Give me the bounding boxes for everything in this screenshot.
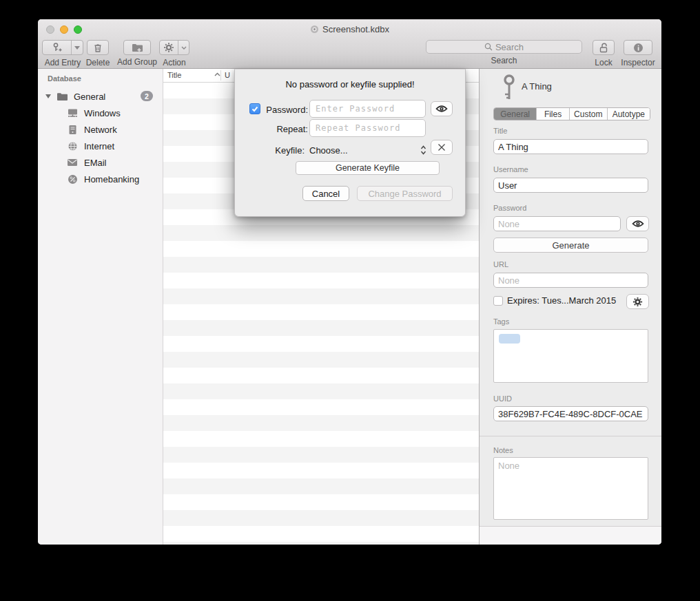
stepper-icon — [420, 145, 426, 155]
check-icon — [251, 106, 258, 112]
username-field[interactable] — [493, 178, 648, 193]
lock-button[interactable]: Lock — [593, 40, 615, 67]
title-field[interactable] — [493, 139, 648, 154]
title-label: Title — [493, 127, 507, 135]
repeat-password-field[interactable] — [309, 119, 426, 137]
keyfile-popup-value: Choose... — [309, 145, 420, 156]
sidebar-item-label: EMail — [84, 158, 107, 168]
network-icon — [65, 123, 79, 136]
gear-icon — [160, 41, 178, 54]
tag-chip[interactable] — [499, 334, 520, 344]
tags-box[interactable] — [493, 329, 648, 383]
username-label: Username — [493, 165, 528, 173]
trash-icon — [88, 41, 108, 54]
add-group-button[interactable]: Add Group — [112, 40, 162, 67]
sidebar: Database General 2 Windows — [38, 69, 163, 545]
repeat-row-label: Repeat: — [261, 124, 308, 134]
folder-plus-icon — [124, 41, 150, 54]
notes-field[interactable] — [493, 457, 648, 520]
inspector-tabs: General Files Custom Autotype — [493, 107, 650, 120]
expires-label: Expires: Tues...March 2015 — [507, 295, 616, 306]
tab-autotype[interactable]: Autotype — [608, 108, 650, 120]
reveal-sheet-password-button[interactable] — [431, 101, 453, 116]
search-group: Search Search — [426, 40, 582, 65]
change-password-button[interactable]: Change Password — [357, 186, 453, 201]
sort-ascending-icon — [214, 72, 220, 76]
sidebar-item-homebanking[interactable]: Homebanking — [38, 171, 163, 187]
tab-files[interactable]: Files — [537, 108, 570, 120]
sidebar-item-label: Windows — [84, 108, 121, 118]
keyfile-row-label: Keyfile: — [258, 145, 305, 156]
clear-keyfile-button[interactable] — [431, 140, 453, 155]
homebanking-icon — [65, 173, 79, 185]
url-label: URL — [493, 260, 508, 268]
tab-general[interactable]: General — [494, 108, 537, 120]
action-chevron-down-icon — [178, 41, 189, 54]
expires-checkbox[interactable] — [493, 296, 503, 306]
column-header-username[interactable]: U — [225, 71, 230, 79]
window-title-text: Screenshot.kdbx — [322, 24, 389, 34]
disclosure-triangle-icon[interactable] — [45, 94, 51, 98]
add-entry-button[interactable]: Add Entry — [42, 40, 83, 67]
enter-password-field[interactable] — [309, 100, 426, 118]
delete-button[interactable]: Delete — [83, 40, 112, 67]
eye-icon — [435, 105, 448, 113]
password-row-label: Password: — [261, 105, 308, 115]
add-group-label: Add Group — [112, 57, 162, 67]
keyfile-popup[interactable]: Choose... — [309, 142, 426, 158]
sidebar-item-label: Network — [84, 125, 117, 135]
sidebar-item-label: Internet — [84, 141, 114, 151]
generate-password-button[interactable]: Generate — [493, 238, 648, 253]
sidebar-item-windows[interactable]: Windows — [38, 105, 163, 121]
sidebar-item-internet[interactable]: Internet — [38, 138, 163, 154]
search-placeholder: Search — [495, 42, 524, 52]
sidebar-item-network[interactable]: Network — [38, 121, 163, 138]
search-caption: Search — [426, 56, 582, 65]
password-checkbox[interactable] — [249, 103, 260, 114]
change-password-sheet: No password or keyfile supplied! Passwor… — [234, 69, 466, 217]
window-title: Screenshot.kdbx — [38, 24, 661, 34]
add-entry-label: Add Entry — [42, 58, 83, 67]
inspector-button[interactable]: Inspector — [620, 40, 656, 67]
sidebar-item-general[interactable]: General 2 — [38, 88, 163, 105]
sidebar-item-label: Homebanking — [84, 174, 139, 184]
key-plus-icon — [43, 41, 71, 54]
document-proxy-icon — [310, 25, 319, 34]
sidebar-header: Database — [48, 74, 81, 83]
uuid-field[interactable] — [493, 406, 648, 421]
add-entry-dropdown-icon[interactable] — [71, 41, 83, 54]
key-icon — [502, 74, 516, 101]
sidebar-item-label: General — [74, 92, 105, 102]
column-header-title[interactable]: Title — [167, 71, 181, 79]
sheet-message: No password or keyfile supplied! — [235, 79, 465, 89]
sidebar-item-email[interactable]: EMail — [38, 154, 163, 171]
action-label: Action — [159, 58, 189, 67]
generate-keyfile-button[interactable]: Generate Keyfile — [296, 161, 440, 175]
reveal-password-button[interactable] — [626, 216, 649, 231]
tab-custom[interactable]: Custom — [570, 108, 608, 120]
cancel-button[interactable]: Cancel — [302, 186, 349, 201]
folder-icon — [55, 90, 69, 103]
window-header: Screenshot.kdbx Add Entry — [38, 19, 661, 69]
app-window: Screenshot.kdbx Add Entry — [38, 19, 661, 545]
info-icon — [624, 41, 652, 54]
divider — [480, 436, 661, 436]
delete-label: Delete — [83, 58, 112, 67]
lock-label: Lock — [593, 58, 615, 67]
notes-label: Notes — [493, 446, 513, 454]
entry-title: A Thing — [522, 81, 552, 92]
column-divider[interactable] — [220, 70, 221, 81]
action-button[interactable]: Action — [159, 40, 189, 67]
password-label: Password — [493, 204, 526, 212]
internet-icon — [65, 140, 79, 152]
search-icon — [484, 43, 493, 51]
password-field[interactable] — [493, 216, 621, 231]
tags-label: Tags — [493, 317, 509, 326]
url-field[interactable] — [493, 273, 648, 288]
email-icon — [65, 156, 79, 169]
uuid-label: UUID — [493, 394, 512, 403]
search-input[interactable]: Search — [426, 40, 582, 54]
expires-settings-button[interactable] — [626, 294, 649, 309]
inspector-panel: A Thing General Files Custom Autotype Ti… — [479, 69, 661, 545]
entry-count-badge: 2 — [141, 91, 153, 101]
